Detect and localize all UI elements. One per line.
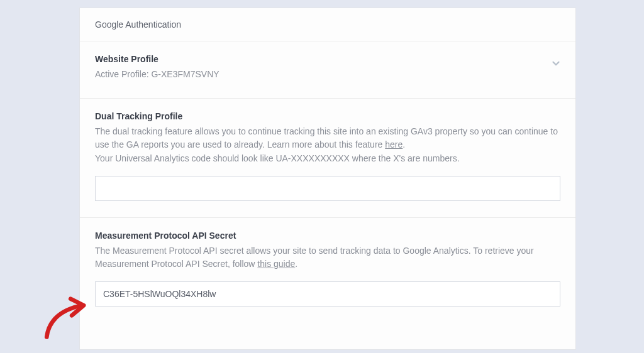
measurement-protocol-description: The Measurement Protocol API secret allo… bbox=[95, 244, 560, 271]
measurement-protocol-guide-link[interactable]: this guide bbox=[257, 259, 295, 269]
dual-tracking-text-1b: . bbox=[402, 139, 405, 149]
measurement-protocol-section: Measurement Protocol API Secret The Meas… bbox=[80, 218, 575, 323]
dual-tracking-input[interactable] bbox=[95, 176, 560, 201]
measurement-protocol-text-2: . bbox=[295, 259, 297, 269]
dual-tracking-here-link[interactable]: here bbox=[385, 139, 402, 149]
dual-tracking-text-2: Your Universal Analytics code should loo… bbox=[95, 153, 460, 163]
measurement-protocol-input[interactable] bbox=[95, 281, 560, 307]
website-profile-title: Website Profile bbox=[95, 54, 560, 64]
settings-panel: Google Authentication Website Profile Ac… bbox=[79, 8, 576, 350]
website-profile-active: Active Profile: G-XE3FM7SVNY bbox=[95, 68, 560, 82]
dual-tracking-section: Dual Tracking Profile The dual tracking … bbox=[80, 99, 575, 218]
website-profile-section[interactable]: Website Profile Active Profile: G-XE3FM7… bbox=[80, 41, 575, 99]
panel-header-title: Google Authentication bbox=[95, 19, 560, 30]
panel-header: Google Authentication bbox=[80, 8, 575, 41]
chevron-down-icon[interactable] bbox=[550, 58, 562, 72]
measurement-protocol-title: Measurement Protocol API Secret bbox=[95, 231, 560, 241]
dual-tracking-text-1: The dual tracking feature allows you to … bbox=[95, 126, 558, 150]
measurement-protocol-text-1: The Measurement Protocol API secret allo… bbox=[95, 246, 534, 269]
dual-tracking-title: Dual Tracking Profile bbox=[95, 111, 560, 121]
dual-tracking-description: The dual tracking feature allows you to … bbox=[95, 125, 560, 166]
